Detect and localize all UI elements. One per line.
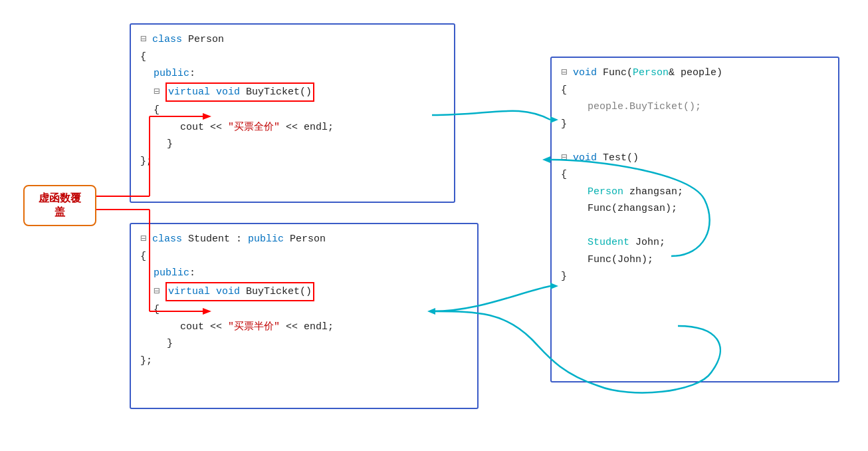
student-line-5: { [140,301,468,319]
student-virtual-line: ⊟ virtual void BuyTicket() [140,282,468,302]
student-line-7: } [140,335,468,353]
test-line-1: ⊟ void Test() [561,150,829,167]
func-line-2: { [561,82,829,99]
test-line-3: Person zhangsan; [561,184,829,201]
student-line-6: cout << "买票半价" << endl; [140,319,468,336]
func-line-3: people.BuyTicket(); [561,98,829,116]
person-line-7: } [140,136,445,153]
person-line-8: }; [140,153,445,170]
person-line-1: ⊟ class Person [140,31,445,49]
func-line-1: ⊟ void Func(Person& people) [561,65,829,82]
student-class-box: ⊟ class Student : public Person { public… [130,223,479,409]
person-line-6: cout << "买票全价" << endl; [140,119,445,136]
test-line-2: { [561,166,829,184]
student-line-3: public: [140,265,468,282]
person-class-box: ⊟ class Person { public: ⊟ virtual void … [130,23,455,203]
test-line-blank [561,218,829,235]
test-line-6: Func(John); [561,251,829,269]
func-line-blank [561,132,829,150]
test-line-4: Func(zhangsan); [561,200,829,218]
test-line-5: Student John; [561,234,829,251]
student-line-2: { [140,248,468,265]
person-line-5: { [140,102,445,119]
student-line-8: }; [140,353,468,370]
student-line-1: ⊟ class Student : public Person [140,231,468,248]
person-line-2: { [140,49,445,66]
svg-marker-9 [542,156,550,163]
person-virtual-line: ⊟ virtual void BuyTicket() [140,82,445,102]
func-test-box: ⊟ void Func(Person& people) { people.Buy… [550,57,839,382]
func-line-4: } [561,116,829,133]
test-line-7: } [561,268,829,285]
person-line-3: public: [140,65,445,82]
label-text: 虚函数覆盖 [39,192,81,218]
label-virtual-override: 虚函数覆盖 [23,185,96,226]
